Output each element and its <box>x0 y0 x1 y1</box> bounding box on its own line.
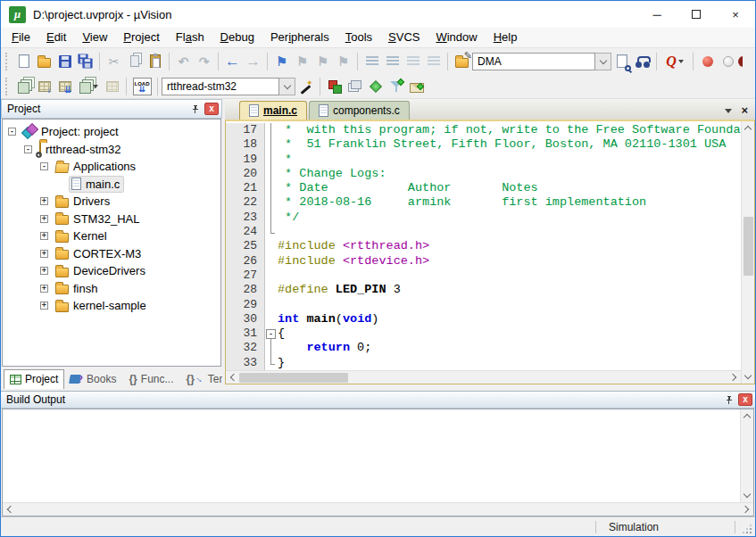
undo-button[interactable]: ↶ <box>173 51 194 71</box>
tree-item-devicedrivers[interactable]: + DeviceDrivers <box>3 262 220 280</box>
menu-edit[interactable]: Edit <box>38 28 74 47</box>
expander-icon[interactable]: - <box>40 162 48 170</box>
expander-icon[interactable]: - <box>8 128 16 136</box>
tab-components-c[interactable]: components.c <box>309 101 410 120</box>
tree-item-applications[interactable]: - Applications <box>3 158 220 176</box>
scroll-up-button[interactable] <box>742 121 755 135</box>
scroll-right-button[interactable] <box>740 503 753 516</box>
menu-tools[interactable]: Tools <box>337 28 380 47</box>
tree-item-project-root[interactable]: - Project: project <box>3 123 220 141</box>
manage-workspace-button[interactable] <box>345 76 365 96</box>
configure-search-button[interactable]: ✎ <box>452 51 472 71</box>
search-combobox[interactable]: DMA <box>472 53 595 70</box>
translate-button[interactable] <box>13 76 34 96</box>
target-dropdown-button[interactable] <box>279 78 295 95</box>
open-file-button[interactable] <box>34 51 54 71</box>
find-in-files-button[interactable] <box>611 51 632 71</box>
build-output-close-button[interactable]: x <box>738 393 752 406</box>
navigate-forward-button[interactable]: → <box>243 51 263 71</box>
tree-item-finsh[interactable]: + finsh <box>3 280 220 298</box>
save-button[interactable] <box>54 51 75 71</box>
close-document-button[interactable]: × <box>741 106 748 115</box>
menu-debug[interactable]: Debug <box>212 28 262 47</box>
tree-item-main-c[interactable]: main.c <box>3 176 220 194</box>
insert-breakpoint-button[interactable] <box>697 51 718 71</box>
expander-icon[interactable]: + <box>40 215 48 223</box>
tree-item-cortex-m3[interactable]: + CORTEX-M3 <box>3 245 220 263</box>
scroll-left-button[interactable] <box>226 371 239 384</box>
quick-search-button[interactable]: Q <box>660 51 689 71</box>
build-output-horizontal-scrollbar[interactable] <box>3 502 753 516</box>
expander-icon[interactable]: + <box>40 232 48 240</box>
uncomment-button[interactable] <box>423 51 444 71</box>
editor-vertical-scrollbar[interactable] <box>741 121 754 384</box>
build-output-vertical-scrollbar[interactable] <box>740 409 753 502</box>
expander-icon[interactable]: - <box>24 145 32 153</box>
tab-books[interactable]: ?Books <box>64 369 121 389</box>
rebuild-button[interactable]: ⇊ <box>54 76 75 96</box>
tab-main-c[interactable]: main.c <box>239 101 307 120</box>
navigate-back-button[interactable]: ← <box>222 51 243 71</box>
tab-list-chevron-icon[interactable] <box>725 109 732 113</box>
download-button[interactable]: LOAD ⇊ <box>130 76 154 96</box>
scroll-down-button[interactable] <box>741 489 754 502</box>
batch-build-button[interactable] <box>75 76 102 96</box>
editor-horizontal-scrollbar[interactable] <box>226 370 741 384</box>
tree-item-drivers[interactable]: + Drivers <box>3 193 220 211</box>
code-view[interactable]: 17 * with this program; if not, write to… <box>226 121 741 370</box>
close-button[interactable]: × <box>716 1 755 28</box>
select-software-packs-button[interactable] <box>386 76 406 96</box>
clear-bookmarks-button[interactable]: ⚑ <box>333 51 353 71</box>
menu-project[interactable]: Project <box>115 28 167 47</box>
pin-button[interactable] <box>721 393 735 407</box>
menu-help[interactable]: Help <box>486 28 526 47</box>
build-output-content[interactable] <box>3 409 740 502</box>
toolbar-grip[interactable] <box>5 78 9 95</box>
insert-bookmark-button[interactable]: ⚑ <box>271 51 292 71</box>
scrollbar-thumb[interactable] <box>239 373 348 383</box>
manage-project-items-button[interactable] <box>324 76 345 96</box>
tree-item-kernel-sample[interactable]: + kernel-sample <box>3 297 220 315</box>
paste-button[interactable] <box>145 51 165 71</box>
toolbar-grip[interactable] <box>5 53 9 70</box>
tab-functions[interactable]: {}Func... <box>123 369 179 389</box>
tree-item-kernel[interactable]: + Kernel <box>3 227 220 245</box>
menu-window[interactable]: Window <box>428 28 485 47</box>
stop-build-button[interactable] <box>102 76 122 96</box>
menu-file[interactable]: File <box>4 28 38 47</box>
expander-icon[interactable]: + <box>40 285 48 293</box>
build-button[interactable]: ↓ <box>34 76 54 96</box>
resize-grip[interactable] <box>735 517 755 537</box>
tab-project[interactable]: Project <box>4 369 64 389</box>
options-for-target-button[interactable]: ✦ <box>295 76 316 96</box>
save-all-button[interactable] <box>75 51 96 71</box>
tree-item-stm32-hal[interactable]: + STM32_HAL <box>3 211 220 228</box>
clipped-toolbar-icon[interactable] <box>738 54 743 69</box>
menu-svcs[interactable]: SVCS <box>380 28 428 47</box>
target-combobox[interactable]: rtthread-stm32 <box>162 78 279 95</box>
new-file-button[interactable] <box>13 51 34 71</box>
menu-peripherals[interactable]: Peripherals <box>262 28 337 47</box>
scrollbar-thumb[interactable] <box>744 217 753 276</box>
manage-rte-button[interactable] <box>365 76 386 96</box>
disable-breakpoint-button[interactable] <box>718 51 738 71</box>
tree-item-rtthread-stm32[interactable]: - rtthread-stm32 <box>3 141 220 159</box>
maximize-button[interactable] <box>677 1 716 28</box>
cut-button[interactable]: ✂ <box>104 51 124 71</box>
next-bookmark-button[interactable]: ⚑ <box>312 51 333 71</box>
expander-icon[interactable]: + <box>40 250 48 258</box>
fold-collapse-icon[interactable] <box>265 326 278 341</box>
pin-button[interactable] <box>187 103 202 116</box>
prev-bookmark-button[interactable]: ⚑ <box>292 51 312 71</box>
scroll-down-button[interactable] <box>742 370 755 384</box>
search-dropdown-button[interactable] <box>595 53 611 70</box>
expander-icon[interactable]: + <box>40 267 48 275</box>
minimize-button[interactable]: ─ <box>637 1 677 28</box>
copy-button[interactable] <box>124 51 145 71</box>
find-button[interactable] <box>632 51 652 71</box>
project-panel-close-button[interactable]: x <box>204 103 219 115</box>
menu-view[interactable]: View <box>74 28 115 47</box>
comment-button[interactable] <box>403 51 423 71</box>
pack-installer-button[interactable] <box>406 76 427 96</box>
expander-icon[interactable]: + <box>40 302 48 310</box>
